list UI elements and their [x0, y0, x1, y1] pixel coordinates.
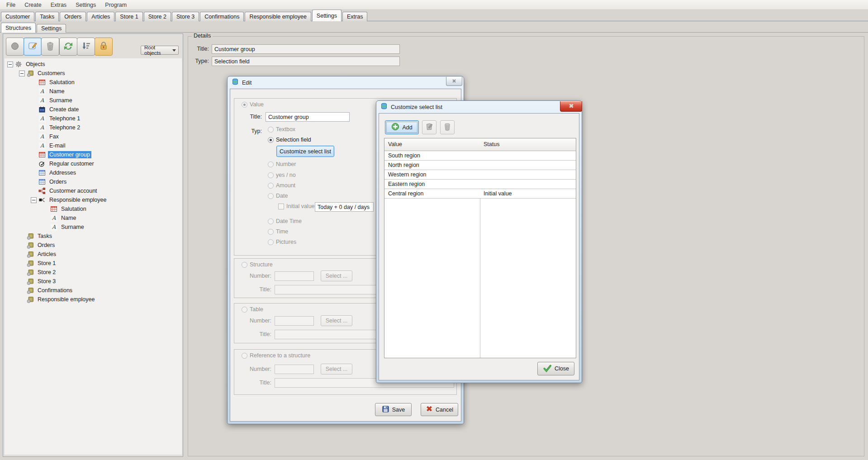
lock-button[interactable] — [95, 38, 113, 56]
tab-settings[interactable]: Settings — [312, 9, 342, 21]
collapse-expander-icon[interactable] — [19, 71, 25, 76]
amount-radio[interactable] — [268, 183, 274, 189]
details-type-value[interactable]: Selection field — [212, 57, 400, 66]
collapse-expander-icon[interactable] — [7, 62, 13, 67]
table-row-western-region[interactable]: Western region — [384, 170, 576, 180]
tree-item-name[interactable]: AName — [5, 87, 182, 96]
tree-item-customers[interactable]: Customers — [5, 69, 182, 78]
customize-dialog-close-button[interactable] — [560, 101, 582, 112]
menu-item-settings[interactable]: Settings — [71, 1, 100, 9]
record-button[interactable] — [6, 38, 24, 56]
value-radio[interactable] — [242, 102, 247, 108]
initial-value-dropdown[interactable]: Today + 0 day / days — [315, 202, 374, 212]
table-radio[interactable] — [242, 307, 247, 313]
tab-store-1[interactable]: Store 1 — [115, 12, 142, 21]
refresh-button[interactable] — [59, 38, 77, 56]
menu-item-program[interactable]: Program — [100, 1, 131, 9]
details-title-value[interactable]: Customer group — [212, 44, 400, 54]
pictures-radio[interactable] — [268, 239, 274, 245]
tab-extras[interactable]: Extras — [342, 12, 367, 21]
title-input[interactable]: Customer group — [266, 112, 350, 122]
number-radio[interactable] — [268, 161, 274, 167]
tree-item-create-date[interactable]: Create date — [5, 105, 182, 114]
tree-item-customer-group[interactable]: Customer group — [5, 150, 182, 159]
column-header-status[interactable]: Status — [480, 138, 503, 151]
tree-item-tasks[interactable]: Tasks — [5, 232, 182, 241]
textbox-radio[interactable] — [268, 127, 274, 133]
table-row-north-region[interactable]: North region — [384, 161, 576, 170]
tab-store-3[interactable]: Store 3 — [172, 12, 199, 21]
table-row-south-region[interactable]: South region — [384, 151, 576, 161]
time-radio[interactable] — [268, 229, 274, 235]
tree-item-custormer-account[interactable]: Custormer account — [5, 186, 182, 195]
close-button[interactable]: Close — [537, 362, 574, 375]
tree-item-salutation[interactable]: Salutation — [5, 78, 182, 87]
tree-item-articles[interactable]: Articles — [5, 250, 182, 259]
edit-dialog-close-button[interactable] — [446, 77, 462, 86]
tab-tasks[interactable]: Tasks — [35, 12, 59, 21]
tree-item-telephone-2[interactable]: ATelephone 2 — [5, 123, 182, 132]
subtab-settings[interactable]: Settings — [37, 24, 66, 33]
tab-store-2[interactable]: Store 2 — [144, 12, 171, 21]
folder-icon — [27, 278, 34, 285]
tab-orders[interactable]: Orders — [60, 12, 86, 21]
edit-button[interactable] — [24, 38, 42, 56]
reference-number-input[interactable] — [275, 365, 314, 374]
tree-item-orders[interactable]: Orders — [5, 177, 182, 186]
edit-value-button[interactable] — [422, 120, 436, 134]
tab-responsible-employee[interactable]: Responsible employee — [245, 12, 311, 21]
tree-item-telephone-1[interactable]: ATelephone 1 — [5, 114, 182, 123]
menu-item-file[interactable]: File — [2, 1, 20, 9]
table-row-eastern-region[interactable]: Eastern region — [384, 180, 576, 189]
tree-item-store-3[interactable]: Store 3 — [5, 277, 182, 286]
root-objects-dropdown[interactable]: Root objects — [141, 46, 179, 55]
delete-button[interactable] — [41, 38, 59, 56]
tree-item-addresses[interactable]: Addresses — [5, 168, 182, 177]
add-button[interactable]: Add — [385, 120, 419, 134]
customize-dialog-titlebar[interactable]: Customize select list — [376, 101, 582, 113]
tab-customer[interactable]: Customer — [1, 12, 34, 21]
selection-field-radio[interactable] — [268, 137, 274, 143]
menu-item-extras[interactable]: Extras — [46, 1, 71, 9]
tree-item-confirmations[interactable]: Confirmations — [5, 286, 182, 295]
delete-value-button[interactable] — [440, 120, 455, 134]
subtab-structures[interactable]: Structures — [1, 23, 36, 33]
initial-value-checkbox[interactable] — [278, 204, 284, 209]
structure-radio[interactable] — [242, 262, 247, 268]
structure-select-button[interactable]: Select ... — [321, 270, 352, 281]
table-select-button[interactable]: Select ... — [321, 315, 352, 326]
table-row-central-region[interactable]: Central regionInitial value — [384, 189, 576, 199]
tree-item-responsible-employee[interactable]: Responsible employee — [5, 195, 182, 204]
tree-item-objects[interactable]: Objects — [5, 60, 182, 69]
save-button[interactable]: Save — [375, 403, 412, 416]
tree-item-orders[interactable]: Orders — [5, 241, 182, 250]
reference-select-button[interactable]: Select ... — [321, 364, 352, 375]
tab-articles[interactable]: Articles — [87, 12, 114, 21]
date-radio[interactable] — [268, 193, 274, 199]
structure-number-input[interactable] — [275, 271, 314, 281]
tab-confirmations[interactable]: Confirmations — [200, 12, 244, 21]
tree-item-responsible-employee[interactable]: Responsible employee — [5, 295, 182, 304]
reference-radio[interactable] — [242, 353, 247, 359]
tree-item-regular-customer[interactable]: Regular customer — [5, 159, 182, 168]
tree-item-store-1[interactable]: Store 1 — [5, 259, 182, 268]
tree-item-fax[interactable]: AFax — [5, 132, 182, 141]
menu-item-create[interactable]: Create — [20, 1, 46, 9]
yes-no-radio[interactable] — [268, 172, 274, 178]
cancel-button[interactable]: Cancel — [421, 403, 458, 416]
sort-button[interactable] — [77, 38, 95, 56]
tree-item-store-2[interactable]: Store 2 — [5, 268, 182, 277]
date-time-radio[interactable] — [268, 218, 274, 224]
customize-select-list-button[interactable]: Customize select list — [276, 146, 334, 157]
tree-item-surname[interactable]: ASurname — [5, 223, 182, 232]
tree-item-name[interactable]: AName — [5, 213, 182, 223]
table-number-input[interactable] — [275, 316, 314, 326]
tree-item-e-mail[interactable]: AE-mail — [5, 141, 182, 150]
collapse-expander-icon[interactable] — [31, 197, 37, 203]
column-header-value[interactable]: Value — [384, 138, 480, 151]
tree-item-salutation[interactable]: Salutation — [5, 204, 182, 213]
status-cell — [480, 151, 487, 160]
tree-item-surname[interactable]: ASurname — [5, 96, 182, 105]
tree-item-label: Responsible employee — [36, 296, 96, 303]
edit-dialog-titlebar[interactable]: Edit — [228, 76, 464, 89]
